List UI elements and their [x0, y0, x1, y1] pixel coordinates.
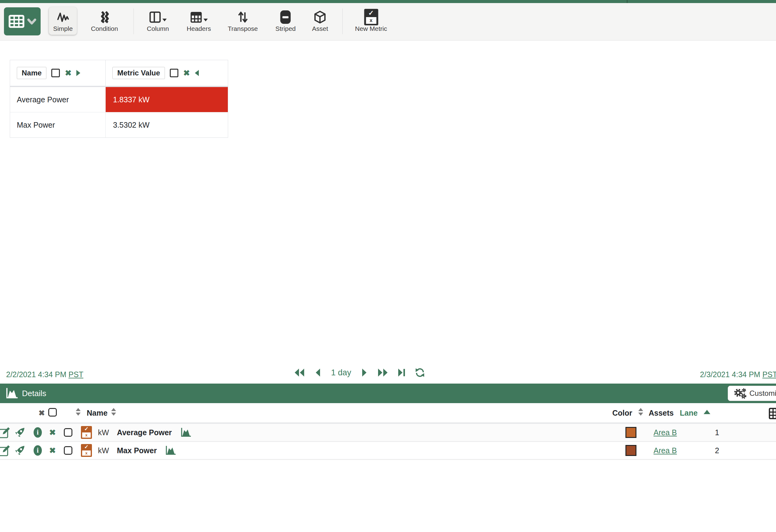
sort-icon[interactable] [76, 408, 80, 416]
gears-icon [734, 387, 746, 399]
toolbar-button-condition[interactable]: Condition [87, 7, 123, 35]
move-column-left-icon[interactable] [195, 70, 199, 76]
asset-link[interactable]: Area B [653, 428, 677, 437]
signal-icon [57, 11, 69, 23]
chevron-down-icon [27, 17, 36, 25]
color-swatch[interactable] [625, 427, 636, 438]
row-checkbox[interactable] [64, 446, 72, 455]
toolbar-button-simple[interactable]: Simple [49, 7, 77, 35]
end-datetime: 2/3/2021 4:34 PM [700, 370, 760, 379]
toolbar-button-label: Simple [53, 25, 73, 32]
color-swatch[interactable] [625, 445, 636, 456]
end-timezone-link[interactable]: PST [762, 370, 776, 379]
cube-icon [314, 10, 326, 24]
customize-button-label: Customize [749, 389, 776, 398]
column-title-box[interactable]: Metric Value [113, 67, 165, 79]
table-view-menu-button[interactable] [4, 7, 41, 35]
details-column-color[interactable]: Color [612, 409, 632, 417]
time-range-bar: 2/2/2021 4:34 PM PST 1 day [0, 365, 776, 384]
unit-label: kW [98, 446, 113, 455]
striped-icon [280, 10, 291, 24]
range-start-timestamp[interactable]: 2/2/2021 4:34 PM PST [6, 370, 83, 379]
details-row: i ✖ ✓x kW Average Power Area B 1 [0, 424, 776, 442]
toolbar-button-transpose[interactable]: Transpose [223, 7, 262, 35]
details-column-name[interactable]: Name [87, 409, 108, 417]
table-row: Average Power 1.8337 kW [10, 87, 228, 113]
start-timezone-link[interactable]: PST [68, 370, 83, 379]
details-column-assets[interactable]: Assets [649, 409, 674, 417]
metric-table-header-row: Name ✖ Metric Value ✖ [10, 60, 228, 87]
duration-label[interactable]: 1 day [330, 368, 352, 377]
table-grid-icon [8, 15, 25, 28]
lane-value: 1 [711, 428, 723, 437]
remove-items-icon[interactable]: ✖ [38, 409, 45, 417]
column-checkbox[interactable] [170, 69, 178, 77]
details-column-lane[interactable]: Lane [680, 409, 698, 417]
dropdown-caret-icon [163, 19, 167, 21]
area-chart-icon[interactable] [165, 445, 176, 456]
rocket-icon[interactable] [15, 427, 25, 437]
metric-name-cell: Average Power [10, 87, 106, 112]
step-forward-full-icon[interactable] [377, 368, 388, 377]
column-chooser-icon[interactable] [768, 407, 776, 419]
metric-type-icon: ✓x [81, 444, 92, 457]
sort-icon[interactable] [111, 408, 116, 416]
toolbar-button-column[interactable]: Column [143, 7, 173, 35]
toolbar-divider [342, 9, 343, 34]
metric-table-header-name: Name ✖ [10, 60, 106, 86]
step-back-icon[interactable] [315, 368, 321, 377]
metric-table-header-value: Metric Value ✖ [106, 60, 228, 86]
panel-divider [627, 0, 628, 3]
worksheet-page: Simple Condition Column [0, 0, 776, 532]
toolbar-button-label: Headers [187, 25, 211, 32]
toolbar-button-asset[interactable]: Asset [308, 7, 333, 35]
details-row: i ✖ ✓x kW Max Power Area B 2 [0, 442, 776, 460]
metric-table: Name ✖ Metric Value ✖ Average Power 1.83… [10, 60, 228, 138]
toolbar-button-new-metric[interactable]: ✓x New Metric [351, 7, 391, 35]
toolbar-button-label: Striped [275, 25, 296, 32]
time-navigation-controls: 1 day [294, 368, 425, 377]
table-headers-icon [190, 11, 202, 23]
select-all-checkbox[interactable] [48, 408, 57, 416]
edit-pencil-icon[interactable] [0, 426, 10, 438]
remove-item-icon[interactable]: ✖ [49, 428, 56, 436]
toolbar-button-label: New Metric [355, 25, 387, 32]
metric-name-cell: Max Power [10, 113, 106, 138]
remove-column-icon[interactable]: ✖ [183, 69, 190, 77]
row-checkbox[interactable] [64, 428, 72, 437]
column-checkbox[interactable] [51, 69, 60, 77]
step-back-full-icon[interactable] [294, 368, 306, 377]
step-to-end-icon[interactable] [398, 368, 406, 377]
step-forward-icon[interactable] [362, 368, 368, 377]
remove-item-icon[interactable]: ✖ [49, 447, 56, 455]
toolbar-button-striped[interactable]: Striped [271, 7, 300, 35]
details-panel-header: Details Customize [0, 384, 776, 403]
refresh-icon[interactable] [415, 368, 425, 377]
customize-button[interactable]: Customize [728, 386, 776, 401]
toolbar-button-headers[interactable]: Headers [182, 7, 215, 35]
area-chart-icon[interactable] [180, 427, 191, 437]
view-toolbar: Simple Condition Column [0, 3, 776, 41]
metric-value-cell: 1.8337 kW [106, 87, 228, 112]
rocket-icon[interactable] [15, 445, 25, 456]
toolbar-button-label: Transpose [228, 25, 258, 32]
item-name[interactable]: Max Power [117, 446, 157, 455]
range-end-timestamp[interactable]: 2/3/2021 4:34 PM PST [700, 370, 776, 379]
metric-type-icon: ✓x [81, 426, 92, 439]
info-icon[interactable]: i [34, 445, 42, 456]
remove-column-icon[interactable]: ✖ [65, 69, 71, 77]
transpose-arrows-icon [237, 11, 248, 23]
area-chart-icon [5, 387, 18, 399]
toolbar-button-label: Column [147, 25, 169, 32]
asset-link[interactable]: Area B [653, 446, 677, 455]
info-icon[interactable]: i [34, 427, 42, 437]
edit-pencil-icon[interactable] [0, 445, 10, 457]
move-column-right-icon[interactable] [76, 70, 80, 76]
column-title-box[interactable]: Name [17, 67, 46, 79]
unit-label: kW [98, 428, 113, 437]
details-table-header: ✖ Name Color Assets Lane [0, 403, 776, 424]
item-name[interactable]: Average Power [117, 428, 172, 437]
sort-ascending-icon [704, 410, 710, 414]
sort-icon[interactable] [638, 408, 643, 416]
metric-checkbox-icon: ✓x [364, 9, 378, 25]
